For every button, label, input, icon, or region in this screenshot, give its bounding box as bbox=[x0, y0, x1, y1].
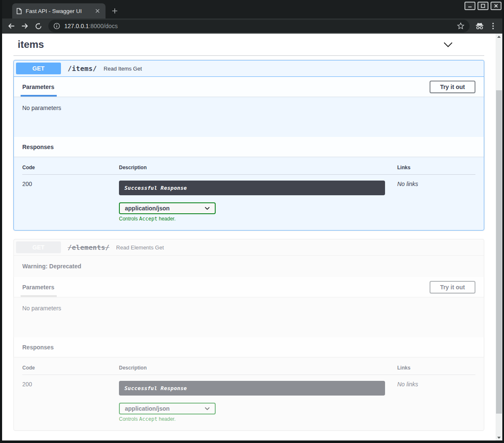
window-maximize-button[interactable] bbox=[478, 2, 488, 10]
window-minimize-button[interactable] bbox=[464, 2, 475, 10]
opblock-summary-items[interactable]: GET /items/ Read Items Get bbox=[14, 60, 484, 77]
parameters-body: No parameters bbox=[14, 97, 484, 137]
incognito-avatar-icon bbox=[474, 20, 486, 32]
parameters-header: Parameters Try it out bbox=[14, 77, 484, 97]
bookmark-star-icon[interactable] bbox=[457, 22, 464, 30]
parameters-active-underline bbox=[21, 95, 57, 97]
new-tab-button[interactable] bbox=[109, 5, 121, 17]
description-column-header: Description bbox=[119, 165, 397, 170]
responses-header: Responses bbox=[14, 137, 484, 157]
response-description: Successful Response bbox=[119, 181, 385, 195]
response-links: No links bbox=[397, 381, 475, 422]
accept-header-note: Controls Accept header. bbox=[119, 416, 385, 422]
collapse-chevron-icon[interactable] bbox=[443, 42, 480, 47]
response-links: No links bbox=[397, 181, 475, 222]
opblock-get-items: GET /items/ Read Items Get Parameters Tr… bbox=[13, 60, 484, 231]
try-it-out-button[interactable]: Try it out bbox=[430, 281, 475, 294]
scrollbar-thumb[interactable] bbox=[496, 90, 502, 414]
responses-header: Responses bbox=[14, 337, 484, 357]
parameters-active-underline bbox=[21, 295, 57, 297]
select-caret-icon bbox=[205, 207, 210, 210]
tab-title: Fast API - Swagger UI bbox=[26, 8, 90, 14]
tab-close-icon[interactable] bbox=[94, 7, 101, 15]
method-badge: GET bbox=[16, 63, 61, 74]
scroll-down-arrow[interactable] bbox=[496, 435, 502, 440]
forward-button[interactable] bbox=[19, 20, 31, 32]
page-viewport: items GET /items/ Read Items Get Paramet… bbox=[2, 34, 502, 440]
scroll-up-arrow[interactable] bbox=[496, 34, 502, 39]
endpoint-summary: Read Items Get bbox=[101, 66, 142, 72]
reload-button[interactable] bbox=[32, 20, 44, 32]
response-description: Successful Response bbox=[119, 381, 385, 396]
accept-header-note: Controls Accept header. bbox=[119, 216, 385, 222]
tag-title: items bbox=[18, 39, 44, 50]
browser-menu-button[interactable] bbox=[487, 20, 499, 32]
parameters-body: No parameters bbox=[14, 297, 484, 337]
try-it-out-button[interactable]: Try it out bbox=[430, 81, 475, 93]
tab-strip: Fast API - Swagger UI bbox=[2, 0, 502, 18]
method-badge: GET bbox=[16, 241, 61, 253]
parameters-header: Parameters Try it out bbox=[14, 277, 484, 297]
responses-table-head: Code Description Links bbox=[22, 365, 475, 375]
endpoint-summary: Read Elements Get bbox=[113, 244, 164, 251]
endpoint-path: /items/ bbox=[61, 65, 101, 73]
opblock-get-elements-deprecated: GET /elements/ Read Elements Get Warning… bbox=[13, 239, 484, 431]
media-type-value: application/json bbox=[125, 405, 170, 412]
parameters-title: Parameters bbox=[22, 84, 54, 90]
responses-body: Code Description Links 200 Successful Re… bbox=[14, 157, 484, 230]
swagger-page: items GET /items/ Read Items Get Paramet… bbox=[2, 34, 496, 440]
response-row-200: 200 Successful Response application/json… bbox=[22, 375, 475, 422]
window-close-button[interactable] bbox=[491, 2, 501, 10]
window-controls bbox=[464, 2, 501, 10]
response-row-200: 200 Successful Response application/json… bbox=[22, 175, 475, 222]
browser-toolbar: 127.0.0.1:8000/docs bbox=[2, 18, 502, 34]
opblock-summary-elements[interactable]: GET /elements/ Read Elements Get bbox=[14, 239, 484, 256]
back-button[interactable] bbox=[5, 20, 17, 32]
endpoint-path: /elements/ bbox=[61, 244, 113, 252]
select-caret-icon bbox=[205, 407, 210, 410]
responses-table-head: Code Description Links bbox=[22, 165, 475, 175]
links-column-header: Links bbox=[397, 365, 475, 371]
plus-icon bbox=[112, 8, 118, 14]
media-type-select[interactable]: application/json bbox=[119, 202, 216, 214]
response-code: 200 bbox=[22, 381, 119, 422]
deprecated-warning: Warning: Deprecated bbox=[14, 256, 484, 277]
browser-tab[interactable]: Fast API - Swagger UI bbox=[12, 3, 106, 18]
site-info-icon[interactable] bbox=[53, 23, 60, 29]
page-scrollbar[interactable] bbox=[496, 34, 502, 440]
responses-body: Code Description Links 200 Successful Re… bbox=[14, 357, 484, 430]
media-type-select[interactable]: application/json bbox=[119, 403, 216, 414]
url-text: 127.0.0.1:8000/docs bbox=[64, 23, 453, 29]
response-code: 200 bbox=[22, 181, 119, 222]
links-column-header: Links bbox=[397, 165, 475, 170]
parameters-title: Parameters bbox=[22, 284, 54, 291]
responses-title: Responses bbox=[22, 144, 54, 150]
media-type-value: application/json bbox=[125, 205, 170, 212]
no-parameters-text: No parameters bbox=[22, 305, 475, 312]
browser-window: Fast API - Swagger UI bbox=[0, 0, 504, 443]
address-bar[interactable]: 127.0.0.1:8000/docs bbox=[48, 20, 470, 32]
page-favicon-icon bbox=[16, 8, 22, 14]
no-parameters-text: No parameters bbox=[22, 105, 475, 111]
code-column-header: Code bbox=[22, 165, 119, 170]
tag-section-header[interactable]: items bbox=[13, 37, 484, 56]
responses-title: Responses bbox=[22, 344, 54, 351]
description-column-header: Description bbox=[119, 365, 397, 371]
code-column-header: Code bbox=[22, 365, 119, 371]
